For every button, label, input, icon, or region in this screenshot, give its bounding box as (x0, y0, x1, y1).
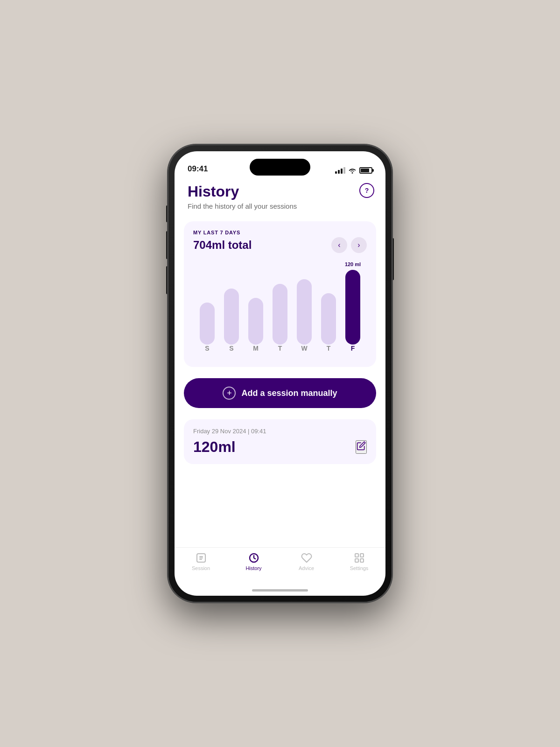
day-label-3: M (244, 345, 268, 352)
battery-fill (361, 169, 369, 172)
session-nav-icon (196, 552, 207, 564)
nav-item-advice[interactable]: Advice (293, 552, 321, 571)
signal-icon (335, 167, 345, 174)
svg-rect-7 (355, 559, 358, 562)
help-icon: ? (365, 187, 369, 194)
bar-7-active (345, 270, 360, 345)
power-button (392, 238, 394, 280)
pencil-icon (357, 441, 366, 451)
bottom-nav: Session History Advice (175, 547, 385, 585)
home-bar (252, 589, 308, 592)
advice-nav-icon (301, 552, 312, 564)
nav-label-advice: Advice (299, 565, 314, 571)
bar-item-1 (195, 300, 219, 345)
phone-screen: 09:41 History Find (175, 151, 385, 596)
dynamic-island (250, 159, 310, 176)
bar-item-7: 120 ml (341, 261, 365, 345)
nav-label-history: History (245, 565, 261, 571)
bar-day-labels: S S M T W T F (193, 345, 367, 352)
prev-period-button[interactable]: ‹ (331, 237, 347, 253)
nav-item-session[interactable]: Session (187, 552, 215, 571)
session-bottom: 120ml (193, 438, 367, 456)
home-indicator (175, 585, 385, 596)
day-label-1: S (195, 345, 219, 352)
bar-item-6 (316, 290, 341, 345)
add-session-button[interactable]: + Add a session manually (184, 378, 376, 408)
chart-nav: ‹ › (331, 237, 367, 253)
bar-item-4 (268, 281, 292, 345)
chart-section-label: MY LAST 7 DAYS (193, 230, 367, 235)
next-period-button[interactable]: › (351, 237, 367, 253)
page-title: History (188, 183, 372, 200)
day-label-5: W (292, 345, 316, 352)
status-icons (335, 167, 372, 174)
battery-icon (359, 167, 372, 174)
plus-icon: + (223, 387, 236, 400)
page-header: History Find the history of all your ses… (175, 177, 385, 218)
nav-label-settings: Settings (350, 565, 369, 571)
status-time: 09:41 (188, 164, 208, 174)
page-subtitle: Find the history of all your sessions (188, 202, 372, 210)
history-nav-icon (248, 552, 259, 564)
chevron-right-icon: › (357, 241, 360, 249)
nav-item-settings[interactable]: Settings (345, 552, 373, 571)
nav-item-history[interactable]: History (240, 552, 268, 571)
day-label-6: T (316, 345, 341, 352)
chart-header: 704ml total ‹ › (193, 237, 367, 253)
settings-nav-icon (354, 552, 365, 564)
bar-2 (224, 289, 239, 345)
bar-label-7: 120 ml (345, 261, 361, 267)
bar-6 (321, 293, 336, 345)
bar-item-5 (292, 276, 316, 345)
chart-total: 704ml total (193, 239, 252, 252)
svg-rect-8 (360, 559, 364, 562)
chart-card: MY LAST 7 DAYS 704ml total ‹ › (184, 221, 376, 367)
edit-session-button[interactable] (356, 440, 367, 454)
svg-rect-5 (355, 554, 358, 557)
bar-1 (200, 303, 215, 345)
session-record-card: Friday 29 Nov 2024 | 09:41 120ml (184, 419, 376, 464)
bar-chart: 120 ml S S M T W T F (193, 261, 367, 354)
phone-device: 09:41 History Find (168, 145, 392, 602)
help-button[interactable]: ? (359, 183, 374, 198)
wifi-icon (348, 167, 357, 174)
bar-4 (273, 284, 287, 345)
bar-item-3 (244, 295, 268, 345)
day-label-7: F (341, 345, 365, 352)
session-amount: 120ml (193, 438, 236, 456)
bar-5 (297, 279, 312, 345)
day-label-4: T (268, 345, 292, 352)
screen-content: History Find the history of all your ses… (175, 177, 385, 547)
add-session-label: Add a session manually (241, 388, 337, 398)
nav-label-session: Session (192, 565, 210, 571)
day-label-2: S (219, 345, 244, 352)
chevron-left-icon: ‹ (338, 241, 340, 249)
session-date: Friday 29 Nov 2024 | 09:41 (193, 428, 367, 435)
svg-rect-6 (360, 554, 364, 557)
bars-container: 120 ml (193, 261, 367, 345)
bar-item-2 (219, 286, 244, 345)
bar-3 (248, 298, 263, 345)
